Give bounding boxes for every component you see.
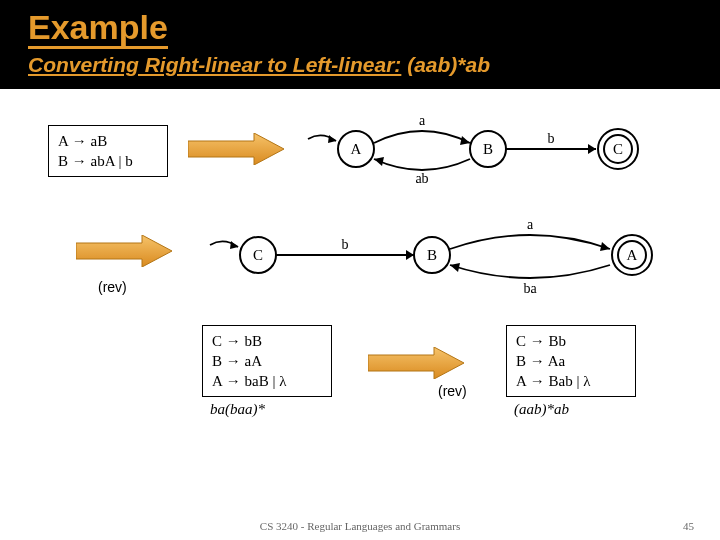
caption-grammar-3: (aab)*ab bbox=[514, 401, 569, 418]
grammar-box-1: A → aB B → abA | b bbox=[48, 125, 168, 178]
grammar-line: A → Bab | λ bbox=[516, 371, 626, 391]
svg-marker-4 bbox=[460, 136, 470, 145]
grammar-line: C → bB bbox=[212, 331, 322, 351]
svg-text:A: A bbox=[351, 141, 362, 157]
grammar-box-2: C → bB B → aA A → baB | λ bbox=[202, 325, 332, 398]
grammar-line: B → Aa bbox=[516, 351, 626, 371]
arrow-right-2 bbox=[76, 235, 172, 267]
footer: CS 3240 - Regular Languages and Grammars… bbox=[0, 520, 720, 532]
svg-text:C: C bbox=[253, 247, 263, 263]
grammar-line: A → aB bbox=[58, 131, 158, 151]
svg-text:b: b bbox=[548, 131, 555, 146]
page-number: 45 bbox=[683, 520, 694, 532]
grammar-line: B → aA bbox=[212, 351, 322, 371]
grammar-box-3: C → Bb B → Aa A → Bab | λ bbox=[506, 325, 636, 398]
arrow-right-3 bbox=[368, 347, 464, 379]
page-subtitle: Converting Right-linear to Left-linear: … bbox=[28, 53, 692, 77]
svg-marker-25 bbox=[600, 242, 610, 251]
grammar-line: C → Bb bbox=[516, 331, 626, 351]
svg-marker-11 bbox=[588, 144, 596, 154]
subtitle-expression: (aab)*ab bbox=[407, 53, 490, 76]
footer-text: CS 3240 - Regular Languages and Grammars bbox=[0, 520, 720, 532]
svg-text:a: a bbox=[419, 113, 426, 128]
svg-marker-1 bbox=[328, 135, 336, 143]
svg-text:ba: ba bbox=[523, 281, 537, 296]
svg-text:A: A bbox=[627, 247, 638, 263]
subtitle-text: Converting Right-linear to Left-linear: bbox=[28, 53, 401, 76]
caption-grammar-2: ba(baa)* bbox=[210, 401, 265, 418]
svg-text:ab: ab bbox=[415, 171, 428, 186]
grammar-line: A → baB | λ bbox=[212, 371, 322, 391]
rev-label-2: (rev) bbox=[438, 383, 467, 399]
page-title: Example bbox=[28, 10, 168, 49]
fsa-diagram-1: A a ab B b C bbox=[302, 113, 654, 187]
grammar-line: B → abA | b bbox=[58, 151, 158, 171]
svg-marker-32 bbox=[368, 347, 464, 379]
svg-marker-16 bbox=[76, 235, 172, 267]
svg-text:C: C bbox=[613, 141, 623, 157]
svg-marker-21 bbox=[406, 250, 414, 260]
svg-text:a: a bbox=[527, 217, 534, 232]
svg-text:B: B bbox=[483, 141, 493, 157]
svg-marker-6 bbox=[374, 157, 384, 166]
arrow-right-1 bbox=[188, 133, 284, 165]
fsa-diagram-2: C b B a ba A bbox=[204, 215, 670, 297]
svg-text:B: B bbox=[427, 247, 437, 263]
rev-label-1: (rev) bbox=[98, 279, 127, 295]
svg-marker-27 bbox=[450, 263, 460, 272]
svg-text:b: b bbox=[342, 237, 349, 252]
svg-marker-17 bbox=[230, 241, 238, 249]
svg-marker-0 bbox=[188, 133, 284, 165]
